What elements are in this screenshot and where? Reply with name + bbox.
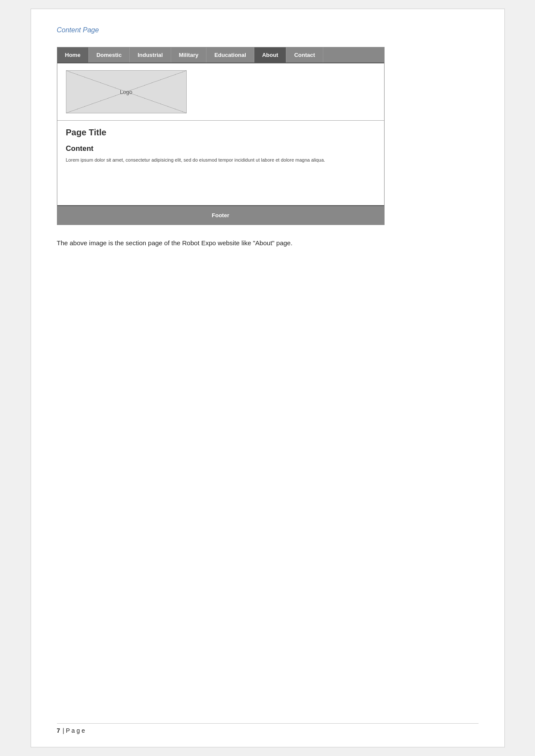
nav-item-military[interactable]: Military: [171, 47, 207, 62]
wireframe-preview: Home Domestic Industrial Military Educat…: [57, 47, 385, 225]
nav-item-educational[interactable]: Educational: [206, 47, 254, 62]
nav-bar: Home Domestic Industrial Military Educat…: [57, 47, 384, 63]
logo-area: Logo: [66, 70, 187, 113]
page-number-area: 7 | P a g e: [57, 723, 479, 734]
nav-item-home[interactable]: Home: [57, 47, 89, 62]
wireframe-footer: Footer: [57, 205, 384, 225]
page-word: | P a g e: [63, 727, 85, 734]
content-heading: Content: [66, 144, 375, 153]
description-text: The above image is the section page of t…: [57, 238, 479, 248]
nav-item-industrial[interactable]: Industrial: [130, 47, 171, 62]
nav-item-domestic[interactable]: Domestic: [89, 47, 130, 62]
page-section-title: Content Page: [57, 26, 479, 34]
page-container: Content Page Home Domestic Industrial Mi…: [31, 9, 505, 747]
logo-label: Logo: [120, 89, 132, 95]
nav-item-about[interactable]: About: [254, 47, 287, 62]
content-body: Lorem ipsum dolor sit amet, consectetur …: [66, 156, 375, 164]
wireframe-page-title: Page Title: [66, 128, 375, 137]
nav-item-contact[interactable]: Contact: [286, 47, 323, 62]
page-content-area: Page Title Content Lorem ipsum dolor sit…: [57, 121, 384, 205]
logo-row: Logo: [57, 70, 384, 121]
page-number: 7: [57, 727, 60, 734]
